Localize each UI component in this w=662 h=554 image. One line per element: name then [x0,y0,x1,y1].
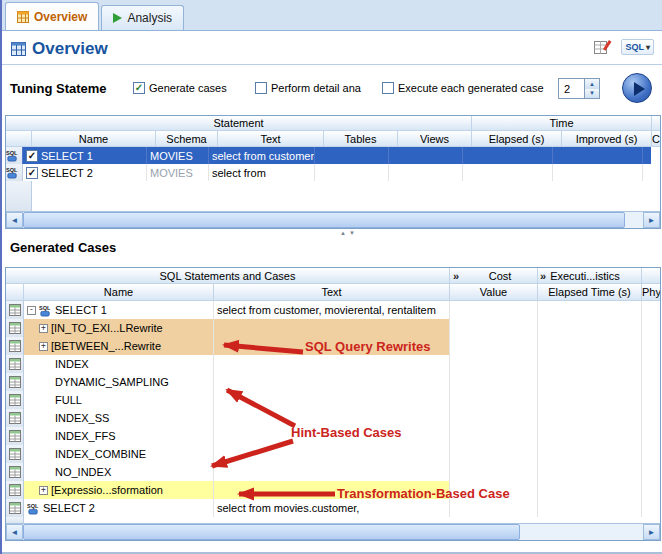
col-value[interactable]: Value [450,284,538,301]
perform-detail-label: Perform detail ana [271,82,361,94]
group-statement: Statement [6,116,472,131]
case-row[interactable]: +[Expressio...sformation [6,481,660,499]
case-row[interactable]: FULL [6,391,660,409]
row-gutter [6,355,24,373]
case-text: select from movies.customer, [214,502,359,514]
statement-schema: MOVIES [147,150,193,162]
case-row[interactable]: INDEX [6,355,660,373]
row-gutter [6,337,24,355]
generate-cases-checkbox[interactable] [133,82,145,94]
row-gutter [6,409,24,427]
case-name: INDEX [55,358,89,370]
scroll-left-button[interactable] [6,524,23,540]
collapsed-columns-icon[interactable]: » [450,270,459,282]
case-row[interactable]: DYNAMIC_SAMPLING [6,373,660,391]
header-toolbar: SQL [594,38,654,55]
scroll-right-button[interactable] [643,524,660,540]
expander-icon[interactable]: - [27,306,36,315]
group-cost-label: Cost [463,270,537,282]
scrollbar-thumb[interactable] [23,524,520,540]
scrollbar-track [625,212,643,228]
collapsed-columns-icon[interactable]: » [538,270,546,282]
spinner-down-button[interactable] [585,89,599,99]
case-name: [IN_TO_EXI...LRewrite [51,322,163,334]
row-gutter [6,301,24,319]
group-cost: » Cost [450,268,538,284]
case-name: NO_INDEX [55,466,111,478]
tab-overview-label: Overview [34,10,87,24]
col-overflow: Phys [642,284,660,301]
perform-detail-checkbox[interactable] [255,82,267,94]
col-name[interactable]: Name [32,131,156,147]
col-tables[interactable]: Tables [324,131,398,147]
case-grid-icon [9,448,21,460]
generate-cases-label: Generate cases [149,82,227,94]
sql-dropdown-label: SQL [625,42,644,52]
overview-title-icon [11,42,26,56]
col-text[interactable]: Text [218,131,324,147]
col-gutter [6,131,32,147]
statement-text: select from [209,167,266,179]
case-name: FULL [55,394,82,406]
case-row[interactable]: NO_INDEX [6,463,660,481]
col-schema[interactable]: Schema [156,131,218,147]
tab-analysis[interactable]: Analysis [101,5,184,30]
case-row[interactable]: -SELECT 1 select from customer, movieren… [6,301,660,319]
case-name: INDEX_FFS [55,430,116,442]
case-row[interactable]: SELECT 2 select from movies.customer, [6,499,660,517]
col-name[interactable]: Name [24,284,214,301]
generated-cases-title: Generated Cases [10,240,116,255]
statement-checkbox[interactable] [26,150,38,162]
execute-each-checkbox[interactable] [382,82,394,94]
pane-splitter[interactable] [340,230,355,236]
sql-statement-icon [6,149,19,162]
col-improved[interactable]: Improved (s) [562,131,652,147]
spinner-up-button[interactable] [585,79,599,89]
sql-statement-icon [6,166,19,179]
row-gutter [6,445,24,463]
case-row[interactable]: INDEX_COMBINE [6,445,660,463]
col-elapsed-time[interactable]: Elapsed Time (s) [538,284,642,301]
tab-overview[interactable]: Overview [5,2,99,30]
analysis-play-icon [113,13,122,23]
table-empty-area [6,181,660,211]
group-exec-label: Executi...istics [550,270,620,282]
group-time: Time [472,116,652,131]
case-grid-icon [9,358,21,370]
statement-row[interactable]: SELECT 1 MOVIES select from customer, [6,147,660,164]
case-count-spinner: 2 [558,78,600,99]
case-grid-icon [9,322,21,334]
generate-cases-option: Generate cases [133,82,227,94]
scroll-right-button[interactable] [643,212,660,228]
case-row[interactable]: +[IN_TO_EXI...LRewrite [6,319,660,337]
run-tuning-button[interactable] [622,73,652,103]
case-count-value[interactable]: 2 [558,78,585,99]
group-sql-cases: SQL Statements and Cases [6,268,450,284]
page-title: Overview [32,39,108,59]
group-overflow [652,116,660,131]
case-name: INDEX_COMBINE [55,448,146,460]
expander-icon[interactable]: + [39,324,48,333]
cases-hscrollbar [6,523,660,540]
sql-dropdown-button[interactable]: SQL [621,39,654,55]
case-grid-icon [9,466,21,478]
row-gutter [6,499,24,517]
row-gutter [6,463,24,481]
case-grid-icon [9,502,21,514]
expander-icon[interactable]: + [39,486,48,495]
statement-text: select from customer, [209,150,315,162]
statement-checkbox[interactable] [26,167,38,179]
edit-statement-icon[interactable] [594,38,612,55]
expander-icon[interactable]: + [39,342,48,351]
case-grid-icon [9,304,21,316]
col-text[interactable]: Text [214,284,450,301]
scrollbar-thumb[interactable] [23,212,625,228]
statement-row[interactable]: SELECT 2 MOVIES select from [6,164,660,181]
col-elapsed[interactable]: Elapsed (s) [472,131,562,147]
scroll-left-button[interactable] [6,212,23,228]
row-gutter [6,481,24,499]
tab-analysis-label: Analysis [127,11,172,25]
col-views[interactable]: Views [398,131,472,147]
page-header: Overview SQL [2,31,662,65]
tuning-toolbar: Tuning Stateme Generate cases Perform de… [2,65,662,115]
